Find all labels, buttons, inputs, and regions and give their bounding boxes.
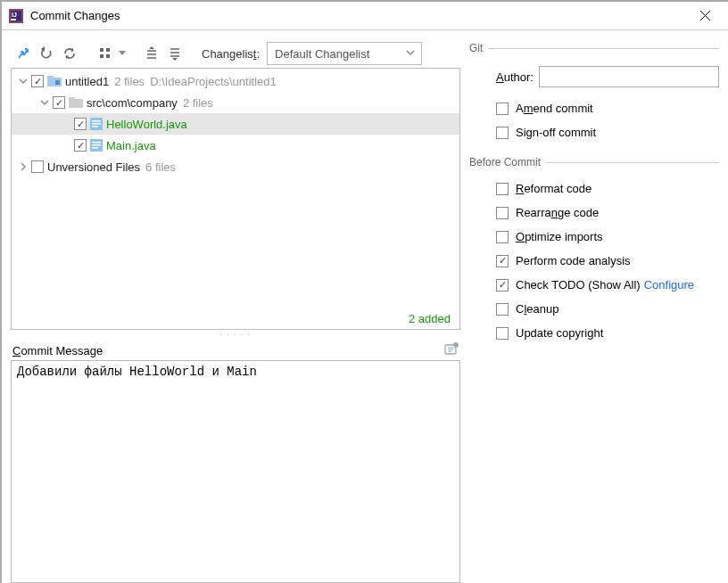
- revert-button[interactable]: [36, 43, 57, 64]
- svg-text:IJ: IJ: [12, 12, 17, 18]
- svg-rect-14: [69, 97, 75, 100]
- file-name: HelloWorld.java: [106, 118, 187, 131]
- unversioned-count: 6 files: [145, 160, 176, 174]
- before-commit-section-header: Before Commit: [469, 153, 719, 171]
- todo-label: Check TODO (Show All): [516, 278, 641, 292]
- analysis-label: Perform code analysis: [516, 254, 631, 267]
- tree-root-count: 2 files: [114, 75, 145, 88]
- commit-message-input[interactable]: [11, 360, 460, 583]
- tree-unversioned-row[interactable]: Unversioned Files 6 files: [12, 156, 459, 177]
- svg-rect-18: [92, 126, 98, 127]
- module-folder-icon: [47, 75, 62, 87]
- chevron-down-icon[interactable]: [15, 73, 31, 89]
- amend-label: Amend commit: [516, 102, 593, 115]
- window-title: Commit Changes: [30, 9, 685, 22]
- cleanup-label: Cleanup: [516, 302, 558, 316]
- amend-checkbox[interactable]: [496, 103, 509, 115]
- rearrange-checkbox[interactable]: [496, 207, 509, 219]
- author-label: Author:: [496, 70, 534, 84]
- cleanup-checkbox[interactable]: [496, 303, 509, 316]
- svg-rect-6: [100, 48, 103, 52]
- svg-rect-9: [106, 54, 110, 58]
- svg-rect-2: [11, 19, 16, 21]
- folder-icon: [69, 96, 83, 109]
- svg-rect-7: [100, 54, 103, 58]
- tree-pkg-name: src\com\company: [87, 96, 178, 110]
- author-input[interactable]: [539, 66, 719, 87]
- checkbox[interactable]: [74, 139, 87, 152]
- signoff-checkbox[interactable]: [496, 127, 509, 139]
- group-by-dropdown[interactable]: [118, 43, 127, 64]
- signoff-label: Sign-off commit: [516, 126, 596, 139]
- tree-pkg-row[interactable]: src\com\company 2 files: [12, 92, 459, 113]
- tree-root-path: D:\IdeaProjects\untitled1: [150, 75, 277, 88]
- tree-pkg-count: 2 files: [183, 96, 213, 110]
- close-icon: [700, 11, 710, 21]
- svg-rect-22: [92, 147, 98, 149]
- checkbox[interactable]: [31, 75, 44, 87]
- java-class-icon: [90, 139, 103, 152]
- copyright-checkbox[interactable]: [496, 327, 509, 340]
- checkbox[interactable]: [74, 118, 87, 130]
- unversioned-label: Unversioned Files: [47, 160, 140, 174]
- group-by-button[interactable]: [95, 43, 116, 64]
- file-name: Main.java: [106, 139, 156, 152]
- changes-summary: 2 added: [409, 312, 451, 325]
- changelist-dropdown[interactable]: Default Changelist: [267, 42, 422, 65]
- tree-root-name: untitled1: [65, 75, 109, 88]
- toolbar: Changelist: Default Changelist: [11, 39, 460, 68]
- java-class-icon: [90, 118, 103, 130]
- commit-message-history-button[interactable]: [444, 342, 459, 359]
- chevron-down-icon: [405, 47, 416, 61]
- optimize-label: Optimize imports: [516, 230, 603, 243]
- reformat-checkbox[interactable]: [496, 183, 509, 195]
- svg-rect-8: [106, 48, 110, 52]
- split-drag-handle[interactable]: • • • • •: [11, 330, 460, 339]
- titlebar: IJ Commit Changes: [2, 2, 728, 30]
- svg-rect-21: [92, 144, 101, 146]
- changes-tree: untitled1 2 files D:\IdeaProjects\untitl…: [11, 68, 460, 330]
- svg-rect-17: [92, 123, 101, 125]
- app-icon: IJ: [9, 9, 23, 23]
- close-button[interactable]: [685, 3, 724, 29]
- chevron-down-icon[interactable]: [37, 94, 53, 111]
- optimize-checkbox[interactable]: [496, 231, 509, 243]
- svg-rect-12: [55, 80, 60, 85]
- chevron-right-icon[interactable]: [15, 159, 31, 175]
- todo-checkbox[interactable]: [496, 279, 509, 292]
- changelist-label: Changelist:: [202, 47, 260, 61]
- show-diff-button[interactable]: [12, 43, 34, 64]
- svg-rect-13: [69, 99, 83, 108]
- expand-all-button[interactable]: [141, 43, 162, 64]
- commit-message-label: Commit Message: [12, 344, 103, 357]
- svg-point-24: [453, 342, 459, 348]
- rearrange-label: Rearrange code: [516, 206, 599, 219]
- tree-file-row[interactable]: HelloWorld.java: [12, 113, 459, 135]
- git-section-header: Git: [469, 39, 719, 57]
- svg-rect-20: [92, 142, 101, 144]
- refresh-button[interactable]: [59, 43, 80, 64]
- checkbox[interactable]: [53, 96, 65, 109]
- svg-rect-16: [92, 120, 101, 122]
- tree-file-row[interactable]: Main.java: [12, 135, 459, 156]
- reformat-label: Reformat code: [516, 182, 592, 195]
- collapse-all-button[interactable]: [164, 43, 186, 64]
- analysis-checkbox[interactable]: [496, 255, 509, 267]
- todo-configure-link[interactable]: Configure: [644, 278, 694, 292]
- changelist-value: Default Changelist: [275, 47, 369, 61]
- tree-root-row[interactable]: untitled1 2 files D:\IdeaProjects\untitl…: [12, 70, 459, 92]
- copyright-label: Update copyright: [516, 326, 603, 340]
- svg-rect-11: [47, 76, 54, 78]
- checkbox[interactable]: [31, 160, 44, 173]
